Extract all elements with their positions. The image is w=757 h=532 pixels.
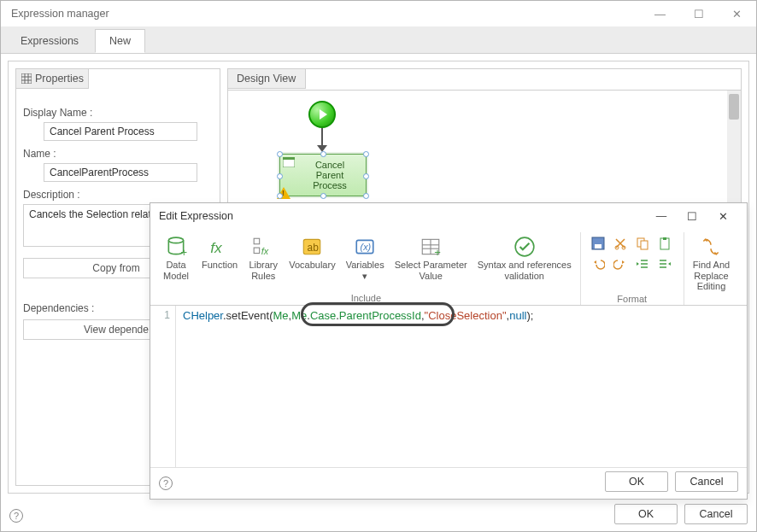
function-label: Function (202, 260, 238, 271)
description-label: Description : (23, 189, 213, 201)
task-node-cancel-parent-process[interactable]: Cancel Parent Process (279, 154, 367, 196)
close-button[interactable]: ✕ (718, 1, 756, 26)
code-editor[interactable]: 1 CHelper.setEvent(Me,Me.Case.ParentProc… (150, 306, 747, 468)
library-rules-label: Library Rules (249, 260, 278, 281)
svg-rect-28 (641, 241, 648, 249)
form-icon (283, 157, 295, 167)
function-icon: fx (208, 236, 231, 258)
svg-rect-11 (254, 248, 260, 254)
task-icons (283, 157, 295, 167)
tab-expressions[interactable]: Expressions (6, 29, 93, 53)
svg-text:+: + (180, 246, 187, 258)
check-icon (513, 236, 536, 258)
display-name-input[interactable] (44, 122, 197, 141)
svg-rect-6 (283, 157, 295, 160)
table-icon: + (420, 236, 442, 258)
resize-handle[interactable] (363, 193, 369, 199)
copy-icon[interactable] (634, 236, 651, 251)
svg-point-7 (168, 237, 183, 243)
save-icon[interactable] (590, 236, 607, 251)
svg-rect-30 (663, 237, 666, 240)
dialog-titlebar: Edit Expression — ☐ ✕ (150, 203, 747, 229)
format-group-label: Format (617, 294, 647, 306)
svg-text:+: + (435, 246, 442, 258)
resize-handle[interactable] (320, 151, 326, 157)
main-titlebar: Expression manager — ☐ ✕ (1, 1, 756, 26)
resize-handle[interactable] (277, 173, 283, 179)
ribbon-group-editing: Find And Replace Editing (684, 232, 738, 305)
resize-handle[interactable] (277, 151, 283, 157)
vocabulary-icon: ab (301, 236, 323, 258)
resize-handle[interactable] (277, 193, 283, 199)
data-model-button[interactable]: + Data Model (156, 232, 197, 283)
start-node[interactable] (308, 101, 336, 128)
indent-icon[interactable] (656, 256, 673, 272)
redo-icon[interactable] (612, 256, 629, 272)
annotation-highlight (301, 302, 455, 326)
resize-handle[interactable] (363, 151, 369, 157)
svg-text:fx: fx (210, 239, 223, 256)
select-parameter-button[interactable]: + Select Parameter Value (390, 232, 472, 283)
outdent-icon[interactable] (634, 256, 651, 272)
find-replace-label: Find And Replace Editing (693, 260, 730, 292)
find-replace-button[interactable]: Find And Replace Editing (688, 232, 735, 294)
main-window-title: Expression manager (11, 8, 641, 20)
line-gutter: 1 (150, 306, 176, 467)
find-replace-icon (700, 236, 722, 258)
dialog-ok-button[interactable]: OK (605, 471, 668, 492)
svg-text:fx: fx (261, 246, 269, 256)
minimize-button[interactable]: — (641, 1, 679, 26)
variables-button[interactable]: (x) Variables▾ (341, 232, 390, 283)
database-icon: + (165, 236, 187, 258)
vocabulary-button[interactable]: ab Vocabulary (284, 232, 340, 272)
main-cancel-button[interactable]: Cancel (684, 504, 748, 524)
function-button[interactable]: fx Function (197, 232, 243, 272)
properties-tab[interactable]: Properties (15, 68, 89, 89)
dialog-minimize-button[interactable]: — (646, 203, 677, 229)
display-name-label: Display Name : (23, 107, 213, 119)
name-input[interactable] (44, 163, 197, 182)
svg-text:(x): (x) (361, 242, 372, 252)
library-icon: fx (252, 236, 274, 258)
tab-new[interactable]: New (95, 29, 145, 53)
paste-icon[interactable] (656, 236, 673, 251)
grid-icon (21, 73, 32, 84)
svg-rect-10 (254, 238, 260, 244)
main-tabs: Expressions New (1, 26, 756, 54)
flow-arrow (321, 128, 323, 147)
variables-label: Variables▾ (346, 260, 384, 281)
dialog-cancel-button[interactable]: Cancel (675, 471, 738, 492)
resize-handle[interactable] (363, 173, 369, 179)
scrollbar-thumb[interactable] (729, 94, 739, 120)
syntax-validation-label: Syntax and references validation (478, 260, 572, 281)
svg-rect-0 (21, 73, 32, 84)
code-line[interactable]: CHelper.setEvent(Me,Me.Case.ParentProces… (176, 306, 747, 467)
play-icon (320, 109, 327, 120)
dialog-footer: OK Cancel (605, 471, 738, 492)
data-model-label: Data Model (163, 260, 189, 281)
ribbon: + Data Model fx Function fx Library Rule… (150, 229, 747, 306)
properties-tab-label: Properties (35, 73, 84, 85)
svg-text:ab: ab (308, 242, 320, 254)
name-label: Name : (23, 148, 213, 160)
svg-rect-24 (595, 244, 601, 248)
cut-icon[interactable] (612, 236, 629, 251)
maximize-button[interactable]: ☐ (679, 1, 718, 26)
vocabulary-label: Vocabulary (289, 260, 335, 271)
resize-handle[interactable] (320, 193, 326, 199)
main-ok-button[interactable]: OK (614, 504, 678, 524)
library-rules-button[interactable]: fx Library Rules (243, 232, 284, 283)
ribbon-group-include: + Data Model fx Function fx Library Rule… (152, 232, 581, 305)
main-footer-buttons: OK Cancel (614, 504, 748, 524)
syntax-validation-button[interactable]: Syntax and references validation (472, 232, 577, 283)
dialog-maximize-button[interactable]: ☐ (677, 203, 707, 229)
design-view-tab[interactable]: Design View (227, 68, 306, 89)
undo-icon[interactable] (590, 256, 607, 272)
dialog-help-button[interactable]: ? (159, 476, 173, 490)
edit-expression-dialog: Edit Expression — ☐ ✕ + Data Model fx Fu… (150, 202, 748, 500)
dialog-close-button[interactable]: ✕ (707, 203, 738, 229)
variables-icon: (x) (354, 236, 376, 258)
dialog-title: Edit Expression (159, 210, 646, 222)
help-button[interactable]: ? (9, 509, 23, 523)
ribbon-group-format: Format (581, 232, 684, 305)
